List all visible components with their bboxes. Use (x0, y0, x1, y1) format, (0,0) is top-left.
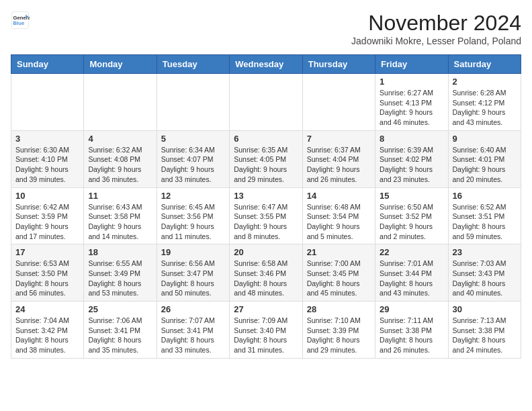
calendar-cell: 9Sunrise: 6:40 AM Sunset: 4:01 PM Daylig… (448, 130, 521, 187)
day-info: Sunrise: 7:11 AM Sunset: 3:38 PM Dayligh… (380, 316, 443, 355)
day-number: 23 (453, 247, 517, 257)
day-number: 14 (307, 191, 371, 201)
day-info: Sunrise: 6:39 AM Sunset: 4:02 PM Dayligh… (380, 145, 443, 185)
col-header-friday: Friday (375, 55, 448, 74)
day-info: Sunrise: 6:47 AM Sunset: 3:55 PM Dayligh… (234, 202, 298, 242)
day-info: Sunrise: 7:09 AM Sunset: 3:40 PM Dayligh… (234, 316, 298, 355)
day-number: 27 (234, 304, 298, 314)
calendar-cell: 13Sunrise: 6:47 AM Sunset: 3:55 PM Dayli… (230, 187, 302, 244)
calendar-cell: 4Sunrise: 6:32 AM Sunset: 4:08 PM Daylig… (84, 130, 157, 187)
day-info: Sunrise: 7:03 AM Sunset: 3:43 PM Dayligh… (453, 259, 517, 298)
calendar-cell: 19Sunrise: 6:56 AM Sunset: 3:47 PM Dayli… (157, 244, 229, 302)
calendar-cell: 24Sunrise: 7:04 AM Sunset: 3:42 PM Dayli… (11, 302, 84, 359)
col-header-thursday: Thursday (302, 55, 375, 74)
calendar-cell: 12Sunrise: 6:45 AM Sunset: 3:56 PM Dayli… (157, 187, 229, 244)
day-info: Sunrise: 6:56 AM Sunset: 3:47 PM Dayligh… (161, 259, 225, 298)
day-number: 12 (161, 191, 225, 201)
day-number: 24 (15, 304, 79, 314)
day-number: 4 (88, 134, 152, 144)
day-number: 13 (234, 191, 298, 201)
day-info: Sunrise: 7:13 AM Sunset: 3:38 PM Dayligh… (453, 316, 517, 355)
day-info: Sunrise: 6:40 AM Sunset: 4:01 PM Dayligh… (453, 145, 517, 185)
day-info: Sunrise: 6:43 AM Sunset: 3:58 PM Dayligh… (88, 202, 152, 242)
day-number: 18 (88, 247, 152, 257)
day-info: Sunrise: 6:58 AM Sunset: 3:46 PM Dayligh… (234, 259, 298, 298)
title-area: November 2024 Jadowniki Mokre, Lesser Po… (351, 11, 521, 46)
day-info: Sunrise: 6:27 AM Sunset: 4:13 PM Dayligh… (380, 88, 443, 128)
calendar-cell: 8Sunrise: 6:39 AM Sunset: 4:02 PM Daylig… (375, 130, 448, 187)
calendar-cell (84, 74, 157, 131)
day-info: Sunrise: 7:04 AM Sunset: 3:42 PM Dayligh… (15, 316, 79, 355)
day-info: Sunrise: 7:10 AM Sunset: 3:39 PM Dayligh… (307, 316, 371, 355)
calendar-cell: 21Sunrise: 7:00 AM Sunset: 3:45 PM Dayli… (302, 244, 375, 302)
day-info: Sunrise: 6:55 AM Sunset: 3:49 PM Dayligh… (88, 259, 152, 298)
day-number: 16 (453, 191, 517, 201)
day-number: 15 (380, 191, 443, 201)
calendar-cell: 15Sunrise: 6:50 AM Sunset: 3:52 PM Dayli… (375, 187, 448, 244)
calendar-header-row: SundayMondayTuesdayWednesdayThursdayFrid… (11, 55, 521, 74)
day-number: 2 (453, 77, 517, 87)
svg-text:General: General (13, 15, 30, 21)
day-number: 30 (453, 304, 517, 314)
day-number: 1 (380, 77, 443, 87)
header: General Blue November 2024 Jadowniki Mok… (11, 11, 521, 46)
day-number: 22 (380, 247, 443, 257)
day-info: Sunrise: 6:48 AM Sunset: 3:54 PM Dayligh… (307, 202, 371, 242)
day-info: Sunrise: 6:30 AM Sunset: 4:10 PM Dayligh… (15, 145, 79, 185)
col-header-monday: Monday (84, 55, 157, 74)
day-info: Sunrise: 6:35 AM Sunset: 4:05 PM Dayligh… (234, 145, 298, 185)
day-number: 10 (15, 191, 79, 201)
day-info: Sunrise: 6:32 AM Sunset: 4:08 PM Dayligh… (88, 145, 152, 185)
day-number: 6 (234, 134, 298, 144)
day-number: 8 (380, 134, 443, 144)
calendar-cell: 25Sunrise: 7:06 AM Sunset: 3:41 PM Dayli… (84, 302, 157, 359)
day-info: Sunrise: 6:34 AM Sunset: 4:07 PM Dayligh… (161, 145, 225, 185)
calendar-cell: 17Sunrise: 6:53 AM Sunset: 3:50 PM Dayli… (11, 244, 84, 302)
day-info: Sunrise: 7:01 AM Sunset: 3:44 PM Dayligh… (380, 259, 443, 298)
calendar-cell: 14Sunrise: 6:48 AM Sunset: 3:54 PM Dayli… (302, 187, 375, 244)
logo-icon: General Blue (11, 11, 30, 30)
calendar-cell: 10Sunrise: 6:42 AM Sunset: 3:59 PM Dayli… (11, 187, 84, 244)
calendar-cell: 29Sunrise: 7:11 AM Sunset: 3:38 PM Dayli… (375, 302, 448, 359)
calendar-cell: 22Sunrise: 7:01 AM Sunset: 3:44 PM Dayli… (375, 244, 448, 302)
calendar-cell: 28Sunrise: 7:10 AM Sunset: 3:39 PM Dayli… (302, 302, 375, 359)
day-number: 21 (307, 247, 371, 257)
col-header-saturday: Saturday (448, 55, 521, 74)
day-number: 5 (161, 134, 225, 144)
day-number: 9 (453, 134, 517, 144)
day-info: Sunrise: 6:28 AM Sunset: 4:12 PM Dayligh… (453, 88, 517, 128)
calendar-week-2: 3Sunrise: 6:30 AM Sunset: 4:10 PM Daylig… (11, 130, 521, 187)
location: Jadowniki Mokre, Lesser Poland, Poland (351, 36, 521, 46)
calendar-cell: 18Sunrise: 6:55 AM Sunset: 3:49 PM Dayli… (84, 244, 157, 302)
calendar-cell: 6Sunrise: 6:35 AM Sunset: 4:05 PM Daylig… (230, 130, 302, 187)
day-info: Sunrise: 7:06 AM Sunset: 3:41 PM Dayligh… (88, 316, 152, 355)
day-number: 20 (234, 247, 298, 257)
col-header-tuesday: Tuesday (157, 55, 229, 74)
calendar-cell (157, 74, 229, 131)
calendar-cell: 1Sunrise: 6:27 AM Sunset: 4:13 PM Daylig… (375, 74, 448, 131)
calendar-cell: 11Sunrise: 6:43 AM Sunset: 3:58 PM Dayli… (84, 187, 157, 244)
day-info: Sunrise: 7:00 AM Sunset: 3:45 PM Dayligh… (307, 259, 371, 298)
day-number: 25 (88, 304, 152, 314)
day-info: Sunrise: 6:53 AM Sunset: 3:50 PM Dayligh… (15, 259, 79, 298)
calendar-body: 1Sunrise: 6:27 AM Sunset: 4:13 PM Daylig… (11, 74, 521, 359)
day-number: 19 (161, 247, 225, 257)
calendar-week-1: 1Sunrise: 6:27 AM Sunset: 4:13 PM Daylig… (11, 74, 521, 131)
calendar-cell: 23Sunrise: 7:03 AM Sunset: 3:43 PM Dayli… (448, 244, 521, 302)
calendar-cell: 3Sunrise: 6:30 AM Sunset: 4:10 PM Daylig… (11, 130, 84, 187)
calendar-cell: 16Sunrise: 6:52 AM Sunset: 3:51 PM Dayli… (448, 187, 521, 244)
month-title: November 2024 (351, 11, 521, 36)
calendar-week-3: 10Sunrise: 6:42 AM Sunset: 3:59 PM Dayli… (11, 187, 521, 244)
day-info: Sunrise: 6:50 AM Sunset: 3:52 PM Dayligh… (380, 202, 443, 242)
day-info: Sunrise: 6:52 AM Sunset: 3:51 PM Dayligh… (453, 202, 517, 242)
day-number: 11 (88, 191, 152, 201)
logo: General Blue (11, 11, 32, 30)
day-number: 28 (307, 304, 371, 314)
calendar-cell: 20Sunrise: 6:58 AM Sunset: 3:46 PM Dayli… (230, 244, 302, 302)
day-number: 17 (15, 247, 79, 257)
calendar-week-5: 24Sunrise: 7:04 AM Sunset: 3:42 PM Dayli… (11, 302, 521, 359)
col-header-wednesday: Wednesday (230, 55, 302, 74)
calendar-cell: 30Sunrise: 7:13 AM Sunset: 3:38 PM Dayli… (448, 302, 521, 359)
day-info: Sunrise: 7:07 AM Sunset: 3:41 PM Dayligh… (161, 316, 225, 355)
day-number: 7 (307, 134, 371, 144)
